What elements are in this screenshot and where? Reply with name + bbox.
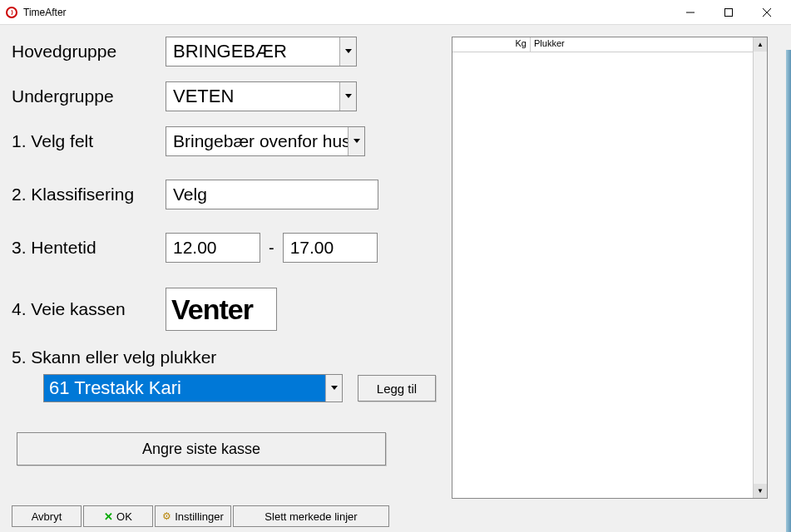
- window-edge-right: [786, 50, 791, 532]
- slett-merkede-linjer-button[interactable]: Slett merkede linjer: [233, 505, 389, 527]
- chevron-down-icon: [339, 37, 356, 66]
- scroll-down-icon[interactable]: ▼: [754, 484, 767, 498]
- list-panel: Kg Plukker ▲ ▼: [452, 37, 768, 499]
- veie-kassen-label: 4. Veie kassen: [12, 299, 166, 319]
- hentetid-dash: -: [269, 239, 274, 258]
- svg-marker-6: [345, 94, 352, 98]
- velg-felt-dropdown[interactable]: Bringebær ovenfor hus: [166, 126, 365, 156]
- svg-marker-5: [345, 49, 352, 53]
- veie-kassen-display: Venter: [166, 288, 277, 331]
- chevron-down-icon: [339, 82, 356, 111]
- list-header: Kg Plukker: [452, 37, 767, 52]
- hentetid-til-input[interactable]: 17.00: [283, 233, 378, 263]
- plukker-dropdown[interactable]: 61 Trestakk Kari: [43, 374, 343, 402]
- hovedgruppe-label: Hovedgruppe: [12, 42, 166, 62]
- klassifisering-label: 2. Klassifisering: [12, 185, 166, 204]
- svg-marker-7: [353, 139, 360, 143]
- plukker-value: 61 Trestakk Kari: [44, 375, 325, 401]
- hentetid-fra-value: 12.00: [173, 238, 217, 258]
- hentetid-fra-input[interactable]: 12.00: [166, 233, 260, 263]
- check-x-icon: ✕: [104, 510, 113, 523]
- legg-til-label: Legg til: [377, 382, 417, 396]
- slett-label: Slett merkede linjer: [264, 510, 357, 523]
- hentetid-til-value: 17.00: [290, 238, 334, 258]
- chevron-down-icon: [325, 375, 342, 401]
- scroll-up-icon[interactable]: ▲: [754, 37, 767, 52]
- legg-til-button[interactable]: Legg til: [358, 375, 436, 401]
- hovedgruppe-value: BRINGEBÆR: [166, 37, 339, 66]
- gear-icon: ⚙: [162, 510, 171, 522]
- app-icon: [5, 6, 18, 19]
- svg-marker-8: [331, 386, 338, 390]
- velg-felt-label: 1. Velg felt: [12, 131, 166, 151]
- client-area: Hovedgruppe BRINGEBÆR Undergruppe VETEN …: [0, 25, 791, 532]
- undergruppe-value: VETEN: [166, 82, 339, 111]
- vertical-scrollbar[interactable]: ▲ ▼: [753, 37, 767, 498]
- title-bar: TimeAfter: [0, 0, 791, 25]
- col-plukker-header[interactable]: Plukker: [531, 37, 767, 52]
- bottom-toolbar: Avbryt ✕ OK ⚙ Instillinger Slett merkede…: [12, 505, 389, 527]
- klassifisering-value: Velg: [173, 185, 207, 204]
- close-button[interactable]: [748, 0, 786, 25]
- hovedgruppe-dropdown[interactable]: BRINGEBÆR: [166, 37, 357, 66]
- ok-button[interactable]: ✕ OK: [83, 505, 153, 527]
- avbryt-button[interactable]: Avbryt: [12, 505, 82, 527]
- svg-point-0: [7, 7, 17, 17]
- klassifisering-input[interactable]: Velg: [166, 180, 378, 209]
- undergruppe-dropdown[interactable]: VETEN: [166, 81, 357, 111]
- hentetid-label: 3. Hentetid: [12, 238, 166, 258]
- ok-label: OK: [116, 510, 132, 523]
- angre-label: Angre siste kasse: [142, 441, 260, 458]
- minimize-button[interactable]: [671, 0, 709, 25]
- innstillinger-button[interactable]: ⚙ Instillinger: [155, 505, 231, 527]
- innstillinger-label: Instillinger: [175, 510, 224, 523]
- skann-velg-label: 5. Skann eller velg plukker: [12, 347, 444, 367]
- window-title: TimeAfter: [23, 7, 671, 18]
- avbryt-label: Avbryt: [32, 510, 62, 523]
- form-area: Hovedgruppe BRINGEBÆR Undergruppe VETEN …: [12, 37, 444, 466]
- veie-kassen-value: Venter: [171, 293, 253, 326]
- velg-felt-value: Bringebær ovenfor hus: [166, 127, 348, 155]
- angre-siste-kasse-button[interactable]: Angre siste kasse: [17, 432, 386, 466]
- col-kg-header[interactable]: Kg: [452, 37, 531, 52]
- maximize-button[interactable]: [709, 0, 748, 25]
- undergruppe-label: Undergruppe: [12, 86, 166, 106]
- svg-rect-2: [725, 8, 733, 16]
- chevron-down-icon: [348, 127, 364, 155]
